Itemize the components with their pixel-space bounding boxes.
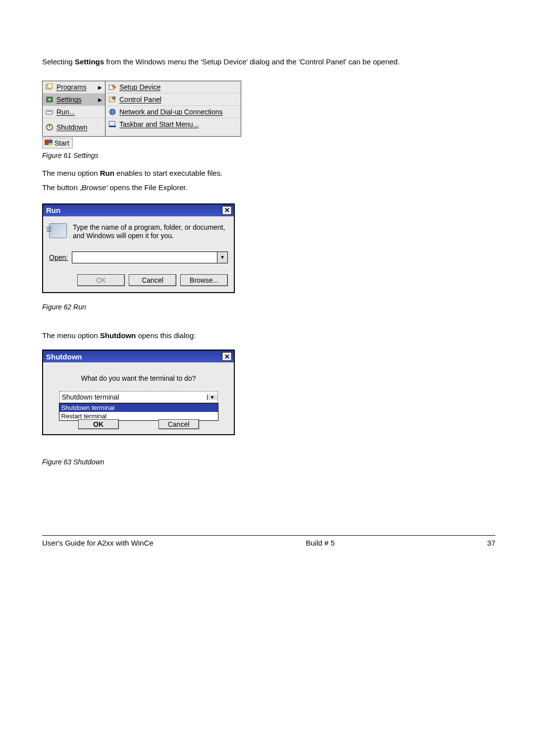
run-open-label: Open: bbox=[49, 253, 68, 261]
para-run-post: enables to start executable files. bbox=[114, 169, 222, 177]
start-button[interactable]: Start bbox=[42, 138, 73, 149]
menu-label-programs: Programs bbox=[56, 83, 87, 91]
menu-label-settings: Settings bbox=[56, 96, 82, 103]
start-menu-right-column: Setup Device Control Panel Network and D… bbox=[106, 81, 241, 136]
ok-button[interactable]: OK bbox=[78, 419, 119, 429]
para-run-pre: The menu option bbox=[42, 169, 100, 177]
svg-point-3 bbox=[49, 99, 51, 101]
shutdown-combobox[interactable]: Shutdown terminal ▼ bbox=[59, 391, 218, 403]
shutdown-dialog-title: Shutdown bbox=[46, 353, 82, 361]
control-panel-icon bbox=[108, 96, 116, 103]
menu-label-run: Run... bbox=[56, 108, 75, 116]
shutdown-dialog: Shutdown ✕ What do you want the terminal… bbox=[42, 350, 235, 435]
browse-button[interactable]: Browse... bbox=[180, 274, 228, 286]
close-button[interactable]: ✕ bbox=[222, 352, 232, 361]
para-shutdown: The menu option Shutdown opens this dial… bbox=[42, 331, 495, 341]
para-browse-italic: Browse' bbox=[81, 183, 107, 192]
para-shutdown-post: opens this dialog: bbox=[136, 331, 196, 340]
para-run: The menu option Run enables to start exe… bbox=[42, 168, 495, 178]
chevron-down-icon[interactable]: ▼ bbox=[207, 395, 217, 400]
shutdown-dialog-titlebar[interactable]: Shutdown ✕ bbox=[43, 351, 234, 362]
intro-post: from the Windows menu the 'Setup Device'… bbox=[104, 57, 400, 66]
para-browse-pre: The button ‚ bbox=[42, 183, 81, 192]
run-open-combobox[interactable]: ▼ bbox=[72, 252, 228, 263]
figure-63-caption: Figure 63 Shutdown bbox=[42, 458, 495, 466]
submenu-label-taskbar: Taskbar and Start Menu... bbox=[119, 120, 199, 128]
settings-icon bbox=[46, 96, 54, 103]
submenu-item-control-panel[interactable]: Control Panel bbox=[106, 94, 241, 106]
menu-item-shutdown[interactable]: Shutdown bbox=[43, 118, 105, 136]
footer-center: Build # 5 bbox=[306, 539, 334, 547]
submenu-arrow-icon: ▶ bbox=[98, 97, 102, 102]
para-run-bold: Run bbox=[100, 169, 114, 177]
close-button[interactable]: ✕ bbox=[222, 206, 232, 215]
run-dialog-icon bbox=[49, 223, 67, 238]
menu-item-settings[interactable]: Settings ▶ bbox=[43, 94, 105, 106]
submenu-label-control-panel: Control Panel bbox=[119, 96, 161, 103]
svg-point-10 bbox=[112, 97, 115, 100]
svg-rect-12 bbox=[109, 121, 115, 126]
figure-62-caption: Figure 62 Run bbox=[42, 303, 495, 311]
submenu-arrow-icon: ▶ bbox=[98, 85, 102, 90]
svg-rect-1 bbox=[48, 84, 53, 88]
cancel-button[interactable]: Cancel bbox=[159, 419, 199, 429]
para-shutdown-pre: The menu option bbox=[42, 331, 100, 340]
svg-rect-13 bbox=[109, 126, 116, 127]
start-menu-left-column: Programs ▶ Settings ▶ Run... bbox=[43, 81, 106, 136]
shutdown-dropdown-list: Shutdown terminal Restart terminal bbox=[59, 403, 218, 421]
run-icon bbox=[46, 108, 54, 116]
footer-left: User's Guide for A2xx with WinCe bbox=[42, 539, 154, 547]
para-browse: The button ‚Browse' opens the File Explo… bbox=[42, 183, 495, 193]
network-icon bbox=[108, 108, 116, 116]
svg-rect-4 bbox=[46, 110, 53, 114]
run-dialog: Run ✕ Type the name of a program, folder… bbox=[42, 203, 235, 293]
menu-item-programs[interactable]: Programs ▶ bbox=[43, 81, 105, 94]
para-browse-post: opens the File Explorer. bbox=[107, 183, 188, 192]
intro-paragraph: Selecting Settings from the Windows menu… bbox=[42, 57, 495, 67]
run-open-input[interactable] bbox=[72, 252, 217, 263]
run-dialog-prompt: Type the name of a program, folder, or d… bbox=[73, 223, 228, 241]
chevron-down-icon[interactable]: ▼ bbox=[217, 252, 227, 263]
run-dialog-titlebar[interactable]: Run ✕ bbox=[43, 204, 234, 216]
svg-rect-5 bbox=[47, 111, 52, 112]
intro-bold: Settings bbox=[75, 57, 104, 66]
cancel-button[interactable]: Cancel bbox=[129, 274, 176, 286]
menu-item-run[interactable]: Run... bbox=[43, 106, 105, 118]
submenu-item-taskbar[interactable]: Taskbar and Start Menu... bbox=[106, 118, 241, 130]
shutdown-dialog-question: What do you want the terminal to do? bbox=[52, 374, 225, 382]
footer-right: 37 bbox=[487, 539, 495, 547]
setup-device-icon bbox=[108, 83, 116, 91]
submenu-label-setup-device: Setup Device bbox=[119, 83, 160, 91]
start-menu: Programs ▶ Settings ▶ Run... bbox=[42, 81, 241, 137]
figure-61-settings: Programs ▶ Settings ▶ Run... bbox=[42, 81, 495, 149]
para-shutdown-bold: Shutdown bbox=[100, 331, 136, 340]
start-button-label: Start bbox=[54, 139, 69, 147]
run-dialog-title: Run bbox=[46, 206, 60, 214]
page-footer: User's Guide for A2xx with WinCe Build #… bbox=[42, 536, 495, 547]
taskbar-icon bbox=[108, 120, 116, 128]
programs-icon bbox=[46, 83, 54, 91]
shutdown-icon bbox=[46, 123, 54, 131]
intro-pre: Selecting bbox=[42, 57, 75, 66]
submenu-item-network[interactable]: Network and Dial-up Connections bbox=[106, 106, 241, 118]
shutdown-option-shutdown[interactable]: Shutdown terminal bbox=[59, 403, 218, 412]
figure-61-caption: Figure 61 Settings bbox=[42, 151, 495, 159]
ok-button[interactable]: OK bbox=[77, 274, 125, 286]
submenu-label-network: Network and Dial-up Connections bbox=[119, 108, 223, 116]
menu-label-shutdown: Shutdown bbox=[56, 123, 87, 131]
shutdown-combobox-value: Shutdown terminal bbox=[62, 393, 119, 401]
windows-flag-icon bbox=[45, 140, 53, 147]
submenu-item-setup-device[interactable]: Setup Device bbox=[106, 81, 241, 94]
